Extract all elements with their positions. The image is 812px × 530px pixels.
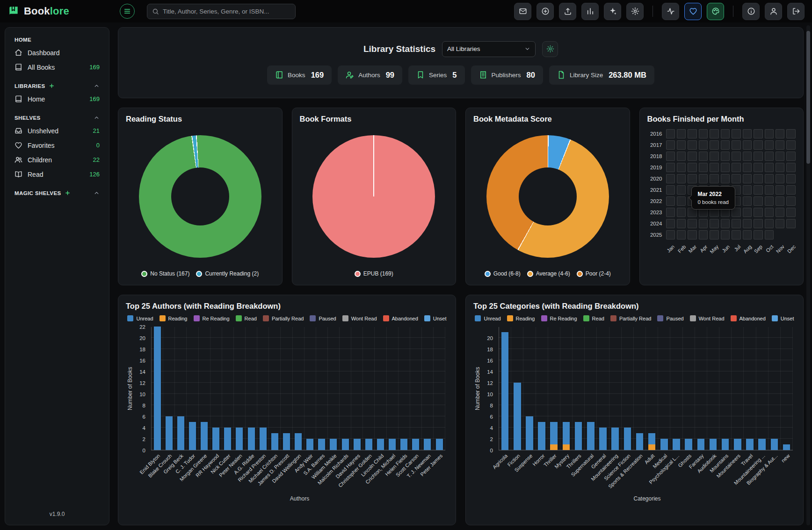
legend-item[interactable]: No Status (167)	[141, 269, 189, 278]
legend-item-wont-read[interactable]: Wont Read	[342, 315, 377, 321]
bar[interactable]	[152, 327, 163, 450]
sidebar-item-library-home[interactable]: Home 169	[11, 92, 103, 106]
heatmap-cell[interactable]	[677, 230, 686, 240]
bar[interactable]	[410, 327, 422, 450]
sidebar-item-read[interactable]: Read 126	[11, 167, 103, 182]
favorites-button[interactable]	[684, 3, 702, 20]
add-book-button[interactable]	[536, 3, 554, 20]
bar[interactable]	[163, 327, 175, 450]
bar[interactable]	[683, 327, 695, 450]
heatmap-cell[interactable]	[743, 185, 752, 195]
bar[interactable]	[597, 327, 609, 450]
heatmap-cell[interactable]	[699, 152, 708, 161]
legend-item-abandoned[interactable]: Abandoned	[383, 315, 418, 321]
sidebar-item-favorites[interactable]: Favorites 0	[11, 138, 103, 152]
brand[interactable]: Booklore	[7, 5, 69, 17]
heatmap-cell[interactable]	[666, 129, 675, 138]
heatmap-cell[interactable]	[743, 219, 752, 228]
chevron-up-icon[interactable]	[94, 83, 100, 89]
heatmap-cell[interactable]	[699, 129, 708, 138]
bar[interactable]	[434, 327, 445, 450]
legend-item[interactable]: Poor (2-4)	[577, 269, 611, 278]
bar[interactable]	[695, 327, 707, 450]
heatmap-cell[interactable]	[786, 140, 795, 150]
legend-item[interactable]: Good (6-8)	[485, 269, 521, 278]
heatmap-cell[interactable]	[776, 174, 784, 183]
add-library-icon[interactable]	[49, 83, 55, 89]
bar[interactable]	[646, 327, 658, 450]
heatmap-cell[interactable]	[677, 140, 686, 150]
bar[interactable]	[658, 327, 670, 450]
heatmap-cell[interactable]	[666, 230, 675, 240]
bar[interactable]	[707, 327, 719, 450]
heatmap-cell[interactable]	[721, 152, 730, 161]
bar[interactable]	[622, 327, 634, 450]
heatmap-cell[interactable]	[732, 230, 740, 240]
account-button[interactable]	[765, 3, 782, 20]
legend-item-unread[interactable]: Unread	[475, 315, 500, 321]
heatmap-cell[interactable]	[786, 208, 795, 217]
heatmap-cell[interactable]	[677, 196, 686, 206]
logout-button[interactable]	[787, 3, 805, 20]
heatmap-cell[interactable]	[721, 129, 730, 138]
library-filter-select[interactable]: All Libraries	[442, 41, 536, 57]
heatmap-cell[interactable]	[754, 230, 762, 240]
bar[interactable]	[781, 327, 793, 450]
bar[interactable]	[499, 327, 511, 450]
bar[interactable]	[222, 327, 234, 450]
bar[interactable]	[199, 327, 210, 450]
bar[interactable]	[744, 327, 756, 450]
heatmap-cell[interactable]	[743, 174, 752, 183]
heatmap-cell[interactable]	[688, 230, 696, 240]
legend-item-paused[interactable]: Paused	[657, 315, 683, 321]
bar[interactable]	[234, 327, 246, 450]
heatmap-cell[interactable]	[776, 219, 784, 228]
bar[interactable]	[768, 327, 781, 450]
bar[interactable]	[511, 327, 523, 450]
heatmap-cell[interactable]	[688, 163, 696, 172]
heatmap-cell[interactable]	[765, 174, 774, 183]
add-magic-shelf-icon[interactable]	[65, 190, 71, 196]
heatmap-cell[interactable]	[677, 219, 686, 228]
stats-button[interactable]	[581, 3, 599, 20]
heatmap-cell[interactable]	[743, 196, 752, 206]
heatmap-cell[interactable]	[743, 163, 752, 172]
heatmap-cell[interactable]	[666, 152, 675, 161]
bar[interactable]	[609, 327, 622, 450]
bar[interactable]	[257, 327, 269, 450]
heatmap-cell[interactable]	[677, 208, 686, 217]
heatmap-cell[interactable]	[776, 129, 784, 138]
heatmap-cell[interactable]	[776, 196, 784, 206]
upload-button[interactable]	[559, 3, 576, 20]
legend-item-re-reading[interactable]: Re Reading	[541, 315, 577, 321]
bar[interactable]	[634, 327, 646, 450]
heatmap-cell[interactable]	[743, 129, 752, 138]
bar[interactable]	[670, 327, 682, 450]
heatmap-cell[interactable]	[699, 219, 708, 228]
heatmap-cell[interactable]	[786, 129, 795, 138]
heatmap-cell[interactable]	[666, 196, 675, 206]
heatmap-cell[interactable]	[776, 208, 784, 217]
bar[interactable]	[719, 327, 732, 450]
heatmap-cell[interactable]	[710, 152, 718, 161]
heatmap-cell[interactable]	[677, 185, 686, 195]
heatmap-cell[interactable]	[765, 219, 774, 228]
heatmap-cell[interactable]	[786, 152, 795, 161]
legend-item-unread[interactable]: Unread	[127, 315, 153, 321]
heatmap-cell[interactable]	[754, 129, 762, 138]
heatmap-cell[interactable]	[688, 140, 696, 150]
sidebar-item-dashboard[interactable]: Dashboard	[11, 45, 103, 60]
bar[interactable]	[351, 327, 363, 450]
heatmap-cell[interactable]	[699, 230, 708, 240]
bar[interactable]	[281, 327, 292, 450]
heatmap-cell[interactable]	[710, 129, 718, 138]
bar[interactable]	[375, 327, 386, 450]
heatmap-cell[interactable]	[732, 219, 740, 228]
heatmap-cell[interactable]	[688, 174, 696, 183]
stats-settings-button[interactable]	[542, 41, 558, 57]
heatmap-cell[interactable]	[754, 185, 762, 195]
bar[interactable]	[399, 327, 410, 450]
bar[interactable]	[548, 327, 560, 450]
bar[interactable]	[585, 327, 597, 450]
heatmap-cell[interactable]	[765, 208, 774, 217]
